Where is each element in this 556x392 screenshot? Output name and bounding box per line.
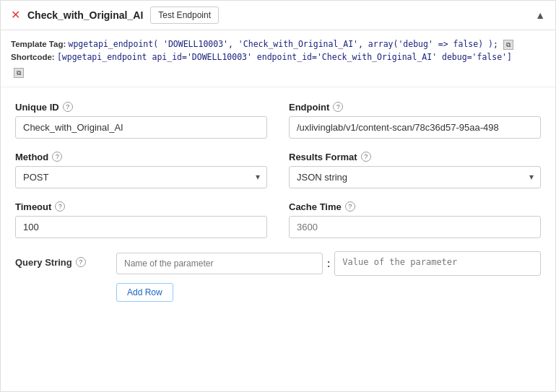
timeout-label-text: Timeout [15, 201, 51, 212]
template-tag-line: Template Tag: wpgetapi_endpoint( 'DOWELL… [11, 38, 545, 51]
query-string-label: Query String [15, 257, 72, 268]
endpoint-group: Endpoint ? [289, 102, 541, 139]
collapse-icon[interactable]: ▲ [535, 9, 545, 21]
method-select-wrapper: GET POST PUT DELETE PATCH ▾ [15, 166, 267, 188]
code-area: Template Tag: wpgetapi_endpoint( 'DOWELL… [1, 30, 555, 87]
results-format-select-wrapper: JSON string Array Raw ▾ [289, 166, 541, 188]
timeout-help-icon[interactable]: ? [55, 201, 65, 212]
unique-id-group: Unique ID ? [15, 102, 267, 139]
method-label-text: Method [15, 152, 48, 162]
template-tag-label: Template Tag: [11, 40, 66, 48]
timeout-label: Timeout ? [15, 201, 267, 212]
form-row-3: Timeout ? Cache Time ? [15, 201, 541, 238]
unique-id-label: Unique ID ? [15, 102, 267, 113]
unique-id-input[interactable] [15, 116, 267, 139]
query-inputs-col: : Add Row [116, 251, 541, 302]
form-row-1: Unique ID ? Endpoint ? [15, 102, 541, 139]
unique-id-label-text: Unique ID [15, 102, 59, 113]
cache-time-label-text: Cache Time [289, 201, 342, 212]
copy-shortcode-icon[interactable]: ⧉ [14, 68, 24, 78]
form-area: Unique ID ? Endpoint ? Method ? [1, 87, 555, 321]
timeout-input[interactable] [15, 216, 267, 238]
query-string-row: Query String ? : Add Row [15, 251, 541, 302]
endpoint-label-text: Endpoint [289, 102, 329, 113]
endpoint-label: Endpoint ? [289, 102, 541, 113]
test-endpoint-button[interactable]: Test Endpoint [150, 6, 219, 24]
close-icon[interactable]: ✕ [11, 9, 20, 21]
method-group: Method ? GET POST PUT DELETE PATCH ▾ [15, 152, 267, 188]
shortcode-value: [wpgetapi_endpoint api_id='DOWELL10003' … [57, 52, 512, 62]
results-format-label-text: Results Format [289, 152, 357, 162]
query-name-input[interactable] [116, 253, 323, 274]
results-format-label: Results Format ? [289, 152, 541, 162]
copy-template-tag-icon[interactable]: ⧉ [503, 40, 513, 50]
header-left: ✕ Check_with_Original_AI Test Endpoint [11, 6, 219, 24]
query-string-help-icon[interactable]: ? [76, 257, 86, 267]
cache-time-input[interactable] [289, 216, 541, 238]
method-label: Method ? [15, 152, 267, 162]
cache-time-help-icon[interactable]: ? [345, 201, 355, 212]
method-help-icon[interactable]: ? [52, 152, 62, 162]
cache-time-group: Cache Time ? [289, 201, 541, 238]
header-bar: ✕ Check_with_Original_AI Test Endpoint ▲ [1, 1, 555, 30]
add-row-button[interactable]: Add Row [116, 283, 173, 302]
form-row-2: Method ? GET POST PUT DELETE PATCH ▾ R [15, 152, 541, 188]
endpoint-help-icon[interactable]: ? [333, 102, 343, 112]
unique-id-help-icon[interactable]: ? [63, 102, 73, 112]
cache-time-label: Cache Time ? [289, 201, 541, 212]
colon-separator: : [327, 258, 331, 269]
shortcode-label: Shortcode: [11, 53, 55, 61]
template-tag-value: wpgetapi_endpoint( 'DOWELL10003', 'Check… [68, 39, 498, 49]
results-format-group: Results Format ? JSON string Array Raw ▾ [289, 152, 541, 188]
query-string-label-col: Query String ? [15, 251, 109, 268]
shortcode-line: Shortcode: [wpgetapi_endpoint api_id='DO… [11, 51, 545, 64]
results-format-select[interactable]: JSON string Array Raw [289, 166, 541, 188]
query-value-input[interactable] [334, 251, 541, 276]
endpoint-input[interactable] [289, 116, 541, 139]
method-select[interactable]: GET POST PUT DELETE PATCH [15, 166, 267, 188]
results-format-help-icon[interactable]: ? [361, 152, 371, 162]
header-title: Check_with_Original_AI [27, 9, 143, 21]
query-pair-1: : [116, 251, 541, 276]
timeout-group: Timeout ? [15, 201, 267, 238]
